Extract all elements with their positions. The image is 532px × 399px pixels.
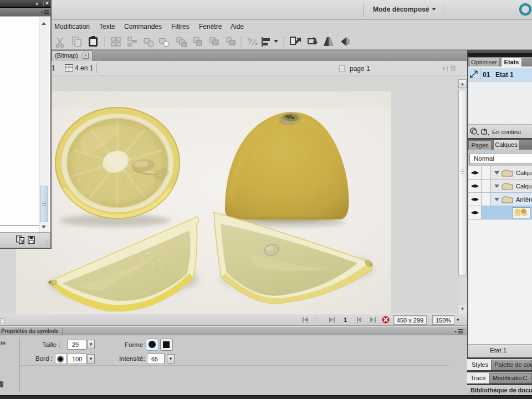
svg-text:Calqu: Calqu <box>516 183 532 190</box>
svg-text:Calqu: Calqu <box>516 170 532 176</box>
svg-text:1: 1 <box>344 316 347 323</box>
svg-text:Arrière: Arrière <box>516 196 532 203</box>
